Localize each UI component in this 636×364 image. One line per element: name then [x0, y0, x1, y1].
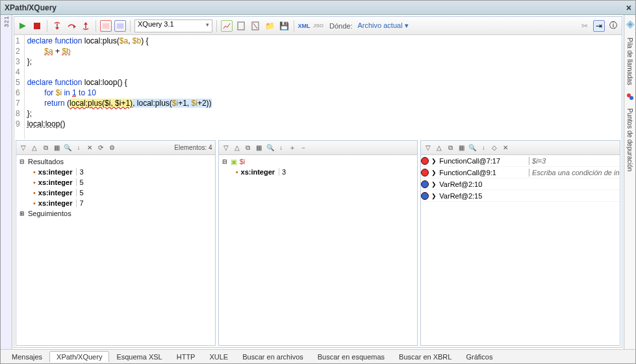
bottom-tab[interactable]: Buscar en esquemas [311, 351, 392, 362]
bottom-tab-strip: MensajesXPath/XQueryEsquema XSLHTTPXULEB… [1, 349, 635, 363]
results-toolbar: ▽ △ ⧉ ▦ 🔍 ↓ ✕ ⟳ ⚙ Elementos: 4 [16, 141, 215, 155]
new-doc-icon[interactable] [235, 20, 247, 32]
results-panel: ▽ △ ⧉ ▦ 🔍 ↓ ✕ ⟳ ⚙ Elementos: 4 ⊟Resultad… [16, 140, 216, 346]
chart-icon[interactable] [221, 20, 233, 32]
expand-icon[interactable]: △ [435, 143, 444, 152]
search-icon[interactable]: 🔍 [468, 143, 477, 152]
expand-icon[interactable]: ⊟ [19, 158, 25, 165]
chevron-right-icon: ❯ [431, 193, 437, 199]
toggle-blue-icon[interactable] [114, 20, 126, 32]
breakpoint-row[interactable]: ❯FunctionCall@9:1Escriba una condición d… [421, 167, 620, 178]
breakpoint-row[interactable]: ❯FunctionCall@7:17$i=3 [421, 155, 620, 167]
result-row[interactable]: •xs:integer5 [19, 188, 212, 198]
bottom-tab[interactable]: Gráficos [459, 351, 500, 362]
svg-marker-4 [84, 22, 88, 25]
results-body[interactable]: ⊟Resultados•xs:integer3•xs:integer5•xs:i… [16, 155, 215, 345]
next-icon[interactable]: ↓ [277, 143, 286, 152]
copy-icon[interactable]: ⧉ [41, 143, 50, 152]
archivo-actual-dropdown[interactable]: Archivo actual ▾ [357, 21, 408, 30]
copy-icon[interactable]: ⧉ [446, 143, 455, 152]
bottom-tab[interactable]: XPath/XQuery [49, 351, 109, 362]
breakpoint-label: VarRef@2:10 [439, 180, 482, 188]
next-icon[interactable]: ↓ [74, 143, 83, 152]
breakpoint-condition[interactable]: $i=3 [529, 157, 620, 165]
collapse-icon[interactable]: ▽ [424, 143, 433, 152]
bottom-tab[interactable]: Buscar en archivos [235, 351, 311, 362]
variables-toolbar: ▽ △ ⧉ ▦ 🔍 ↓ ＋ － [219, 141, 418, 155]
breakpoint-dot-icon [421, 169, 429, 176]
tools-icon[interactable]: ✂ [579, 20, 591, 32]
code-editor[interactable]: 123456789 declare function local:plus($a… [14, 35, 622, 139]
breakpoint-condition[interactable]: Escriba una condición de int [529, 169, 620, 176]
bottom-tab[interactable]: Esquema XSL [109, 351, 169, 362]
delete-doc-icon[interactable] [249, 20, 261, 32]
step-over-icon[interactable] [66, 20, 77, 32]
collapse-icon[interactable]: ▽ [222, 143, 231, 152]
xquery-version-dropdown[interactable]: XQuery 3.1 [134, 19, 212, 32]
clear-icon[interactable]: ✕ [85, 143, 94, 152]
xml-icon[interactable]: XML [298, 20, 310, 32]
left-tab-marker[interactable]: 3 [3, 24, 10, 27]
save-icon[interactable]: 💾 [278, 20, 290, 32]
breakpoint-dots-icon[interactable] [626, 93, 634, 101]
breakpoint-label: FunctionCall@7:17 [439, 157, 500, 165]
bottom-tab[interactable]: Mensajes [5, 351, 49, 362]
bottom-tab[interactable]: Buscar en XBRL [392, 351, 459, 362]
remove-icon[interactable]: － [299, 143, 308, 152]
breakpoints-body[interactable]: ❯FunctionCall@7:17$i=3❯FunctionCall@9:1E… [421, 155, 620, 345]
tab-puntos-depuracion[interactable]: Puntos de depuración [626, 106, 633, 174]
donde-label: Dónde: [327, 22, 355, 30]
step-end-icon[interactable]: ⇥ [593, 20, 605, 32]
svg-rect-1 [34, 23, 40, 29]
add-icon[interactable]: ＋ [288, 143, 297, 152]
variables-body[interactable]: ⊟▣$i•xs:integer3 [219, 155, 418, 345]
result-row[interactable]: •xs:integer7 [19, 198, 212, 208]
step-into-icon[interactable] [51, 20, 63, 32]
delete-icon[interactable]: ✕ [501, 143, 510, 152]
left-tab-marker[interactable]: 1 [3, 16, 10, 19]
result-row[interactable]: •xs:integer5 [19, 177, 212, 188]
step-out-icon[interactable] [80, 20, 92, 32]
stack-icon[interactable]: ◈ [626, 18, 634, 30]
svg-rect-7 [238, 22, 244, 30]
breakpoint-row[interactable]: ❯VarRef@2:15 [421, 190, 620, 202]
search-icon[interactable]: 🔍 [63, 143, 72, 152]
bottom-tab[interactable]: XULE [202, 351, 235, 362]
run-icon[interactable] [17, 20, 29, 32]
grid-icon[interactable]: ▦ [457, 143, 466, 152]
grid-icon[interactable]: ▦ [52, 143, 61, 152]
breakpoints-panel: ▽ △ ⧉ ▦ 🔍 ↓ ◇ ✕ ❯FunctionCall@7:17$i=3❯F… [420, 140, 620, 346]
tab-pila-llamadas[interactable]: Pila de llamadas [626, 35, 633, 88]
stop-icon[interactable] [31, 20, 43, 32]
filter-icon[interactable]: ◇ [490, 143, 499, 152]
result-row[interactable]: •xs:integer3 [19, 167, 212, 177]
separator [294, 20, 294, 32]
expand-icon[interactable]: △ [233, 143, 242, 152]
elementos-count: Elementos: 4 [174, 144, 212, 151]
bottom-tab[interactable]: HTTP [170, 351, 203, 362]
expand-icon[interactable]: △ [30, 143, 39, 152]
grid-icon[interactable]: ▦ [255, 143, 264, 152]
xquery-version-label: XQuery 3.1 [138, 20, 174, 28]
breakpoint-row[interactable]: ❯VarRef@2:10 [421, 178, 620, 190]
expand-icon[interactable]: ⊟ [222, 158, 228, 165]
copy-icon[interactable]: ⧉ [244, 143, 253, 152]
toggle-red-icon[interactable] [100, 20, 112, 32]
json-icon[interactable]: JSO [312, 20, 324, 32]
next-icon[interactable]: ↓ [479, 143, 488, 152]
breakpoint-dot-icon [421, 180, 429, 188]
settings-icon[interactable]: ⚙ [107, 143, 116, 152]
separator [130, 20, 131, 32]
expand-icon[interactable]: ⊞ [19, 210, 25, 217]
folder-icon[interactable]: 📁 [264, 20, 275, 32]
code-body[interactable]: declare function local:plus($a, $b) { $a… [25, 35, 214, 139]
var-row[interactable]: •xs:integer3 [222, 167, 415, 177]
info-icon[interactable]: ⓘ [607, 20, 619, 32]
collapse-icon[interactable]: ▽ [19, 143, 28, 152]
close-icon[interactable]: × [626, 3, 631, 13]
search-icon[interactable]: 🔍 [266, 143, 275, 152]
line-gutter: 123456789 [14, 35, 25, 139]
chevron-right-icon: ❯ [431, 158, 437, 164]
left-tab-marker[interactable]: 2 [3, 20, 10, 23]
refresh-icon[interactable]: ⟳ [96, 143, 105, 152]
